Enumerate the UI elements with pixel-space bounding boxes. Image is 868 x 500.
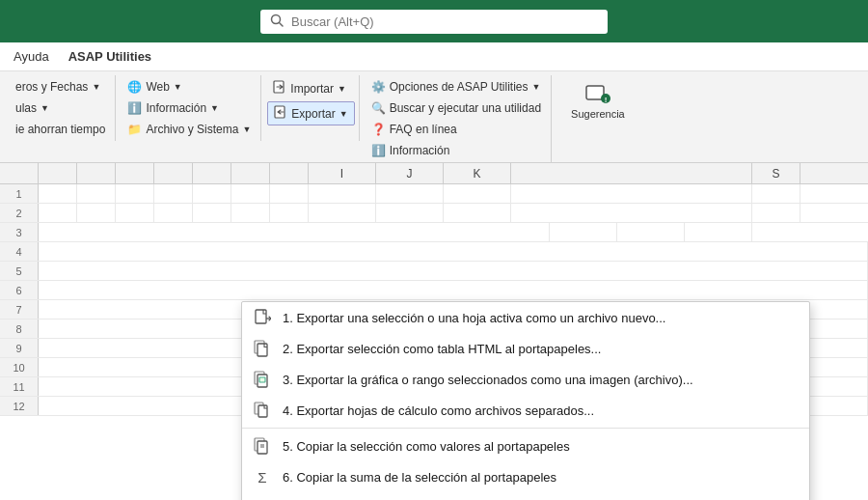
col-header-d bbox=[154, 163, 193, 183]
archivo-arrow: ▼ bbox=[242, 125, 251, 134]
col-header-last: S bbox=[752, 163, 800, 183]
opciones-label: Opciones de ASAP Utilities bbox=[390, 80, 529, 94]
corner-cell bbox=[0, 163, 39, 183]
search-bar bbox=[0, 0, 868, 42]
ribbon-btn-archivo[interactable]: 📁 Archivo y Sistema ▼ bbox=[122, 120, 257, 139]
dropdown-item-4[interactable]: 4. Exportar hojas de cálculo como archiv… bbox=[242, 395, 809, 426]
ahorran-label: ie ahorran tiempo bbox=[15, 123, 105, 136]
item2-icon bbox=[252, 340, 273, 357]
item6-text: 6. Copiar la suma de la selección al por… bbox=[283, 470, 556, 485]
formulas-arrow: ▼ bbox=[41, 103, 49, 113]
archivo-icon: 📁 bbox=[127, 123, 142, 136]
ribbon-btn-informacion2[interactable]: ℹ️ Información bbox=[366, 141, 547, 160]
info-icon: ℹ️ bbox=[127, 101, 142, 115]
svg-text:!: ! bbox=[605, 96, 608, 104]
ribbon-top-row: eros y Fechas ▼ ulas ▼ ie ahorran tiempo… bbox=[6, 75, 862, 162]
ribbon-btn-informacion[interactable]: ℹ️ Información ▼ bbox=[122, 98, 257, 118]
menu-ayuda[interactable]: Ayuda bbox=[6, 45, 57, 68]
dropdown-item-1[interactable]: 1. Exportar una selección o una hoja act… bbox=[242, 302, 809, 333]
numeros-arrow: ▼ bbox=[92, 82, 100, 92]
web-arrow: ▼ bbox=[174, 82, 182, 92]
menu-asap-utilities[interactable]: ASAP Utilities bbox=[61, 45, 159, 68]
archivo-label: Archivo y Sistema bbox=[146, 123, 238, 136]
ribbon-btn-faq[interactable]: ❓ FAQ en línea bbox=[366, 120, 547, 139]
svg-line-1 bbox=[280, 22, 284, 26]
col-header-f bbox=[231, 163, 270, 183]
col-header-s bbox=[511, 163, 752, 183]
svg-rect-7 bbox=[256, 310, 266, 323]
informacion2-icon: ℹ️ bbox=[371, 144, 386, 157]
content-area: I J K S 1 bbox=[0, 163, 868, 500]
ribbon-group-importar-exportar: Importar ▼ Exportar ▼ bbox=[263, 75, 359, 141]
search-icon bbox=[270, 14, 284, 30]
col-header-g bbox=[270, 163, 309, 183]
svg-rect-15 bbox=[258, 405, 267, 417]
table-row: 5 bbox=[0, 262, 868, 281]
item4-icon bbox=[252, 402, 273, 419]
informacion-label: Información bbox=[146, 101, 206, 115]
item1-icon bbox=[252, 309, 273, 326]
importar-arrow: ▼ bbox=[338, 84, 346, 94]
table-row: 4 bbox=[0, 242, 868, 262]
ribbon-btn-buscar[interactable]: 🔍 Buscar y ejecutar una utilidad bbox=[366, 98, 547, 118]
col-headers: I J K S bbox=[0, 163, 868, 184]
web-icon: 🌐 bbox=[127, 80, 142, 94]
ribbon-group-web: 🌐 Web ▼ ℹ️ Información ▼ 📁 Archivo y Sis… bbox=[118, 75, 261, 141]
formulas-label: ulas bbox=[15, 101, 37, 115]
col-header-i: I bbox=[309, 163, 376, 183]
faq-icon: ❓ bbox=[371, 123, 386, 136]
opciones-arrow: ▼ bbox=[531, 82, 540, 92]
table-row: 1 bbox=[0, 184, 868, 204]
dropdown-item-2[interactable]: 2. Exportar selección como tabla HTML al… bbox=[242, 333, 809, 364]
item5-icon bbox=[252, 437, 273, 455]
dropdown-item-7[interactable]: 7. Copiar el promedio de la selección al… bbox=[242, 492, 809, 500]
ribbon-btn-web[interactable]: 🌐 Web ▼ bbox=[122, 77, 257, 97]
svg-rect-10 bbox=[258, 344, 267, 356]
sugerencia-label: Sugerencia bbox=[571, 108, 625, 120]
numeros-label: eros y Fechas bbox=[15, 80, 88, 94]
web-label: Web bbox=[146, 80, 169, 94]
exportar-label: Exportar bbox=[291, 107, 335, 121]
item3-icon bbox=[252, 371, 273, 388]
ribbon-btn-ahorran[interactable]: ie ahorran tiempo bbox=[10, 120, 111, 139]
svg-rect-13 bbox=[259, 377, 265, 382]
exportar-icon bbox=[274, 105, 287, 122]
opciones-icon: ⚙️ bbox=[371, 80, 386, 94]
col-header-b bbox=[77, 163, 116, 183]
item4-text: 4. Exportar hojas de cálculo como archiv… bbox=[283, 403, 594, 418]
dropdown-item-5[interactable]: 5. Copiar la selección como valores al p… bbox=[242, 431, 809, 461]
item6-icon: Σ bbox=[252, 468, 273, 486]
table-row: 6 bbox=[0, 281, 868, 300]
ribbon-group-sugerencia: ! Sugerencia bbox=[554, 75, 642, 141]
item2-text: 2. Exportar selección como tabla HTML al… bbox=[283, 342, 601, 356]
exportar-arrow: ▼ bbox=[339, 109, 348, 119]
dropdown-item-6[interactable]: Σ 6. Copiar la suma de la selección al p… bbox=[242, 461, 809, 492]
faq-label: FAQ en línea bbox=[390, 123, 457, 136]
menu-bar: Ayuda ASAP Utilities bbox=[0, 42, 868, 71]
importar-label: Importar bbox=[290, 82, 334, 96]
col-header-e bbox=[193, 163, 231, 183]
table-row: 3 bbox=[0, 223, 868, 242]
dropdown-divider-1 bbox=[242, 428, 809, 429]
item1-text: 1. Exportar una selección o una hoja act… bbox=[283, 311, 665, 325]
item5-text: 5. Copiar la selección como valores al p… bbox=[283, 439, 570, 454]
col-header-k: K bbox=[444, 163, 511, 183]
informacion2-label: Información bbox=[390, 144, 450, 157]
table-row: 2 bbox=[0, 204, 868, 223]
dropdown-item-3[interactable]: 3. Exportar la gráfica o rango seleccion… bbox=[242, 364, 809, 395]
ribbon-btn-numeros[interactable]: eros y Fechas ▼ bbox=[10, 77, 111, 97]
ribbon-btn-sugerencia[interactable]: ! Sugerencia bbox=[563, 79, 633, 124]
sugerencia-icon: ! bbox=[584, 83, 611, 108]
ribbon-btn-formulas[interactable]: ulas ▼ bbox=[10, 98, 111, 118]
importar-icon bbox=[273, 80, 286, 97]
ribbon-btn-opciones[interactable]: ⚙️ Opciones de ASAP Utilities ▼ bbox=[366, 77, 547, 97]
ribbon-group-dates: eros y Fechas ▼ ulas ▼ ie ahorran tiempo bbox=[6, 75, 116, 141]
search-input[interactable] bbox=[291, 14, 598, 29]
item3-text: 3. Exportar la gráfica o rango seleccion… bbox=[283, 373, 693, 387]
search-wrapper[interactable] bbox=[260, 10, 608, 34]
ribbon-btn-exportar[interactable]: Exportar ▼ bbox=[267, 101, 354, 125]
app-window: Ayuda ASAP Utilities eros y Fechas ▼ ula… bbox=[0, 0, 868, 500]
ribbon-btn-importar[interactable]: Importar ▼ bbox=[267, 77, 354, 99]
informacion-arrow: ▼ bbox=[210, 103, 219, 113]
exportar-dropdown: 1. Exportar una selección o una hoja act… bbox=[241, 301, 810, 500]
